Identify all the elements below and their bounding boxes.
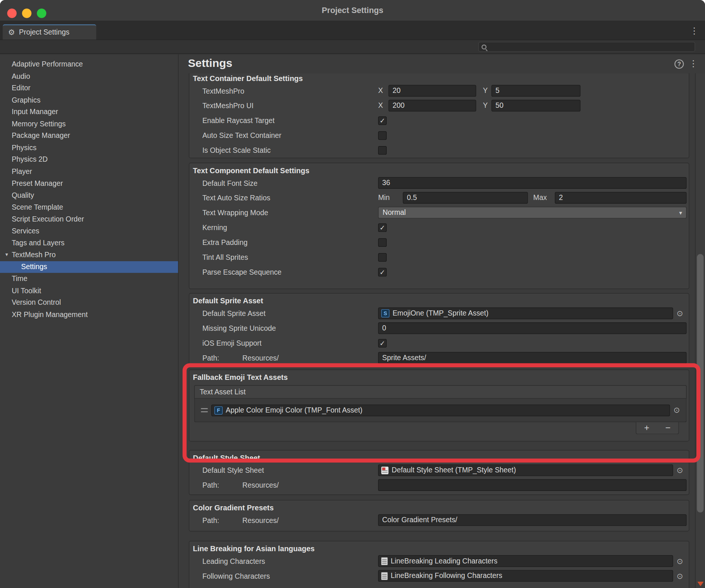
section-title: Fallback Emoji Text Assets: [189, 372, 689, 382]
tab-project-settings[interactable]: ⚙ Project Settings: [3, 24, 96, 39]
sprite-path-input[interactable]: [378, 352, 687, 364]
drag-handle-icon[interactable]: [201, 408, 208, 412]
path-prefix-label: Resources/: [242, 478, 279, 493]
object-value: Default Style Sheet (TMP_Style Sheet): [392, 466, 516, 474]
sidebar-item-services[interactable]: Services: [0, 225, 178, 237]
tint-all-sprites-checkbox[interactable]: [378, 253, 387, 261]
object-picker-icon[interactable]: ⊙: [673, 308, 686, 318]
object-picker-icon[interactable]: ⊙: [673, 571, 686, 581]
sidebar-item-textmesh-pro-settings[interactable]: Settings: [0, 261, 178, 273]
style-sheet-path-input[interactable]: [378, 479, 687, 491]
sidebar-item-editor[interactable]: Editor: [0, 82, 178, 94]
tab-menu-icon[interactable]: ⋮: [690, 25, 699, 36]
leading-characters-field[interactable]: LineBreaking Leading Characters: [378, 555, 673, 567]
sidebar-item-script-execution-order[interactable]: Script Execution Order: [0, 213, 178, 225]
sidebar-item-physics[interactable]: Physics: [0, 142, 178, 154]
auto-size-text-container-checkbox[interactable]: [378, 131, 387, 140]
foldout-icon[interactable]: ▼: [4, 249, 9, 261]
textmeshpro-ui-y-input[interactable]: [492, 100, 580, 112]
auto-size-min-input[interactable]: [403, 192, 528, 203]
field-label: Parse Escape Sequence: [202, 265, 281, 280]
row-gradient-path: Path: Resources/: [189, 513, 689, 528]
scroll-down-arrow[interactable]: [697, 582, 704, 586]
add-item-button[interactable]: +: [636, 422, 657, 434]
y-axis-label: Y: [483, 101, 492, 110]
sidebar-item-physics-2d[interactable]: Physics 2D: [0, 154, 178, 166]
scrollbar[interactable]: [695, 73, 705, 588]
sidebar-item-textmesh-pro[interactable]: ▼ TextMesh Pro: [0, 249, 178, 261]
section-title: Line Breaking for Asian languages: [189, 543, 689, 554]
row-auto-size-text-container: Auto Size Text Container: [189, 128, 689, 143]
kerning-checkbox[interactable]: [378, 223, 387, 232]
sidebar-item-package-manager[interactable]: Package Manager: [0, 130, 178, 142]
section-line-breaking: Line Breaking for Asian languages Leadin…: [189, 541, 689, 588]
help-icon[interactable]: ?: [675, 59, 684, 69]
row-default-sprite-asset: Default Sprite Asset S EmojiOne (TMP_Spr…: [189, 306, 689, 321]
x-axis-label: X: [378, 101, 389, 110]
section-title: Text Container Default Settings: [189, 73, 689, 84]
search-box[interactable]: [479, 42, 695, 52]
object-picker-icon[interactable]: ⊙: [673, 465, 686, 475]
toolbar: [0, 40, 705, 54]
object-value: Apple Color Emoji Color (TMP_Font Asset): [226, 406, 363, 414]
sidebar-item-quality[interactable]: Quality: [0, 190, 178, 201]
sidebar-item-audio[interactable]: Audio: [0, 70, 178, 82]
default-style-sheet-field[interactable]: Default Style Sheet (TMP_Style Sheet): [378, 464, 673, 476]
min-label: Min: [378, 194, 403, 202]
parse-escape-sequence-checkbox[interactable]: [378, 268, 387, 276]
list-item[interactable]: F Apple Color Emoji Color (TMP_Font Asse…: [195, 399, 686, 422]
following-characters-field[interactable]: LineBreaking Following Characters: [378, 570, 673, 582]
row-textmeshpro-ui: TextMeshPro UI X Y: [189, 98, 689, 113]
section-text-container-defaults: Text Container Default Settings TextMesh…: [189, 73, 689, 158]
tab-strip: ⚙ Project Settings ⋮: [0, 21, 705, 40]
sidebar-item-adaptive-performance[interactable]: Adaptive Performance: [0, 58, 178, 70]
gradient-path-input[interactable]: [378, 514, 687, 526]
default-sprite-asset-field[interactable]: S EmojiOne (TMP_Sprite Asset): [378, 307, 673, 319]
textmeshpro-x-input[interactable]: [389, 85, 476, 97]
object-value: LineBreaking Following Characters: [391, 572, 502, 580]
sidebar-item-graphics[interactable]: Graphics: [0, 94, 178, 106]
text-wrapping-mode-dropdown[interactable]: Normal ▾: [378, 207, 687, 218]
sidebar-item-version-control[interactable]: Version Control: [0, 297, 178, 308]
row-enable-raycast-target: Enable Raycast Target: [189, 113, 689, 128]
field-label: Default Style Sheet: [202, 463, 264, 478]
search-input[interactable]: [490, 43, 692, 50]
field-label: TextMeshPro: [202, 84, 244, 98]
field-label: Extra Padding: [202, 235, 248, 250]
scrollbar-thumb[interactable]: [697, 254, 704, 512]
sidebar-item-scene-template[interactable]: Scene Template: [0, 201, 178, 213]
row-extra-padding: Extra Padding: [189, 235, 689, 250]
sidebar-item-ui-toolkit[interactable]: UI Toolkit: [0, 285, 178, 297]
section-title: Default Sprite Asset: [189, 295, 689, 306]
sidebar-item-preset-manager[interactable]: Preset Manager: [0, 178, 178, 190]
row-sprite-path: Path: Resources/: [189, 350, 689, 365]
ios-emoji-support-checkbox[interactable]: [378, 339, 387, 347]
default-font-size-input[interactable]: [378, 177, 687, 189]
textmeshpro-ui-x-input[interactable]: [389, 100, 476, 112]
sidebar-item-input-manager[interactable]: Input Manager: [0, 106, 178, 118]
extra-padding-checkbox[interactable]: [378, 238, 387, 246]
row-text-auto-size-ratios: Text Auto Size Ratios Min Max: [189, 191, 689, 206]
sidebar-item-tags-and-layers[interactable]: Tags and Layers: [0, 237, 178, 249]
textmeshpro-y-input[interactable]: [492, 85, 580, 97]
page-title: Settings: [188, 56, 232, 70]
y-axis-label: Y: [483, 87, 492, 95]
sidebar-item-player[interactable]: Player: [0, 166, 178, 178]
sidebar-item-xr-plugin-management[interactable]: XR Plugin Management: [0, 308, 178, 320]
object-picker-icon[interactable]: ⊙: [670, 406, 683, 415]
remove-item-button[interactable]: −: [657, 422, 679, 434]
row-leading-characters: Leading Characters LineBreaking Leading …: [189, 554, 689, 569]
enable-raycast-target-checkbox[interactable]: [378, 116, 387, 125]
panel-menu-icon[interactable]: ⋮: [689, 58, 698, 69]
missing-sprite-unicode-input[interactable]: [378, 322, 687, 334]
fallback-font-asset-field[interactable]: F Apple Color Emoji Color (TMP_Font Asse…: [211, 404, 670, 416]
settings-panel: Settings ? ⋮ Text Container Default Sett…: [178, 54, 705, 588]
auto-size-max-input[interactable]: [555, 192, 686, 203]
tab-label: Project Settings: [19, 28, 70, 36]
sidebar-item-memory-settings[interactable]: Memory Settings: [0, 118, 178, 130]
is-object-scale-static-checkbox[interactable]: [378, 146, 387, 154]
list-footer: + −: [636, 422, 679, 434]
object-picker-icon[interactable]: ⊙: [673, 556, 686, 566]
row-missing-sprite-unicode: Missing Sprite Unicode: [189, 321, 689, 336]
sidebar-item-time[interactable]: Time: [0, 273, 178, 285]
